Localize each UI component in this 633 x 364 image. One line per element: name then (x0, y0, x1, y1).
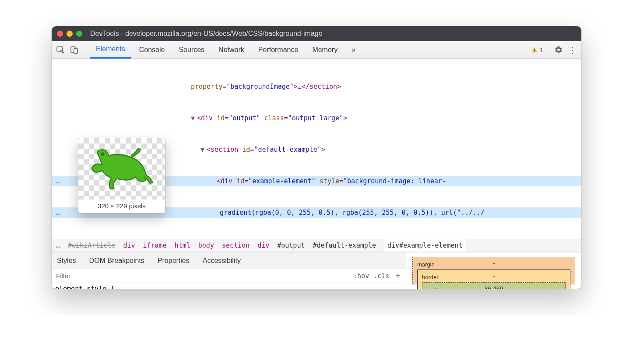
crumb-item[interactable]: #output (277, 242, 305, 249)
box-model-pane: margin - - - - border - - - - padding 36… (406, 252, 581, 289)
crumb-item[interactable]: #default-example (313, 242, 376, 249)
styles-filter-input[interactable] (56, 272, 349, 280)
titlebar: DevTools - developer.mozilla.org/en-US/d… (52, 26, 581, 41)
bm-margin[interactable]: margin - - - - border - - - - padding 36… (412, 257, 575, 284)
image-preview (78, 138, 165, 200)
crumb-item[interactable]: … (56, 242, 60, 249)
kebab-menu-icon[interactable]: ⋮ (566, 44, 579, 56)
bm-border[interactable]: border - - - - padding 36.469 36.469 36.… (417, 270, 570, 289)
styletab-dom-breakpoints[interactable]: DOM Breakpoints (89, 257, 144, 265)
crumb-item[interactable]: iframe (143, 242, 167, 249)
lower-pane: Styles DOM Breakpoints Properties Access… (52, 252, 581, 289)
styles-tabbar: Styles DOM Breakpoints Properties Access… (52, 252, 406, 269)
styletab-properties[interactable]: Properties (158, 257, 190, 265)
style-rules[interactable]: element.style { background-image: linear… (52, 283, 406, 289)
styletab-styles[interactable]: Styles (57, 257, 76, 265)
dom-breadcrumb[interactable]: … #wikiArticle div iframe html body sect… (52, 239, 581, 252)
styles-pane: Styles DOM Breakpoints Properties Access… (52, 252, 406, 289)
maximize-window-button[interactable] (76, 31, 82, 37)
dom-attr: property (191, 83, 222, 91)
image-dimensions-label: 320 × 229 pixels (78, 200, 165, 213)
tab-performance[interactable]: Performance (252, 41, 305, 59)
svg-point-5 (102, 153, 104, 155)
close-window-button[interactable] (57, 31, 63, 37)
crumb-item[interactable]: div (123, 242, 135, 249)
crumb-item[interactable]: body (198, 242, 214, 249)
main-tabbar: Elements Console Sources Network Perform… (52, 41, 581, 59)
svg-rect-4 (534, 51, 535, 52)
crumb-item-selected[interactable]: div#example-element (384, 239, 466, 252)
crumb-item[interactable]: div (257, 242, 269, 249)
new-style-rule-button[interactable]: + (394, 271, 402, 281)
window-title: DevTools - developer.mozilla.org/en-US/d… (90, 30, 323, 38)
tab-memory[interactable]: Memory (306, 41, 344, 59)
toggle-hov-button[interactable]: :hov (353, 272, 369, 280)
toggle-cls-button[interactable]: .cls (373, 272, 389, 280)
devtools-window: DevTools - developer.mozilla.org/en-US/d… (52, 26, 581, 289)
image-preview-tooltip: 320 × 229 pixels (78, 138, 165, 214)
crumb-item[interactable]: #wikiArticle (68, 242, 115, 249)
warning-count: 1 (540, 46, 543, 53)
tab-more[interactable]: » (345, 41, 362, 59)
lizard-icon (89, 145, 155, 193)
svg-rect-0 (57, 47, 63, 51)
styles-filterbar: :hov .cls + (52, 269, 406, 283)
tab-sources[interactable]: Sources (172, 41, 211, 59)
crumb-item[interactable]: html (175, 242, 190, 249)
warning-indicator[interactable]: 1 (531, 46, 543, 53)
svg-rect-3 (534, 49, 535, 50)
styletab-accessibility[interactable]: Accessibility (203, 257, 241, 265)
crumb-item[interactable]: section (222, 242, 250, 249)
settings-gear-icon[interactable] (552, 44, 565, 56)
tab-elements[interactable]: Elements (90, 41, 131, 59)
divider (548, 45, 548, 55)
bm-padding[interactable]: padding 36.469 36.469 36.469 36.469 291.… (422, 282, 566, 289)
device-toolbar-icon[interactable] (68, 44, 81, 56)
svg-rect-2 (74, 49, 77, 53)
inspect-element-icon[interactable] (54, 44, 67, 56)
divider (85, 45, 85, 55)
minimize-window-button[interactable] (67, 31, 73, 37)
rule-selector: element.style { (55, 285, 114, 289)
tab-network[interactable]: Network (212, 41, 250, 59)
tab-console[interactable]: Console (133, 41, 171, 59)
